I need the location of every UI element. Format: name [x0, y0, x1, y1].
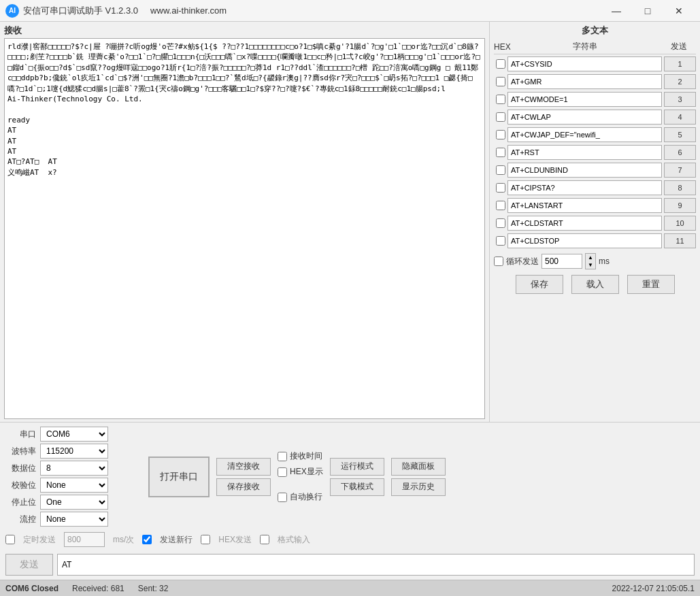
timed-input[interactable] [64, 532, 105, 547]
main-container: 接收 rld濮|窖鄯□□□□□?$?c|屉 ?嘣拼?c听og熳'o芒?#x鲂${… [0, 22, 700, 596]
flow-row: 流控 None [5, 512, 141, 527]
reset-button[interactable]: 重置 [627, 275, 675, 294]
app-name: 安信可串口调试助手 V1.2.3.0 [23, 5, 138, 16]
auto-newline-checkbox[interactable] [278, 493, 287, 502]
app-website: www.ai-thinker.com [150, 5, 227, 16]
bottom-section: 串口 COM6 波特率 115200 数据位 8 [0, 423, 700, 580]
parity-select[interactable]: None [40, 478, 108, 493]
parity-row: 校验位 None [5, 478, 141, 493]
multi-row-send-button-4[interactable]: 4 [664, 110, 696, 125]
multi-row-checkbox-10[interactable] [496, 218, 505, 228]
sent-count: Sent: 32 [138, 584, 169, 593]
multi-row-input-11[interactable] [507, 233, 662, 248]
close-button[interactable]: ✕ [663, 0, 695, 22]
checkbox-group: 接收时间 HEX显示 自动换行 [278, 450, 323, 503]
multi-row-input-3[interactable] [507, 92, 662, 107]
flow-select[interactable]: None [40, 512, 108, 527]
cycle-up-button[interactable]: ▲ [586, 254, 595, 261]
multi-row-input-9[interactable] [507, 198, 662, 213]
multi-row-send-button-3[interactable]: 3 [664, 92, 696, 107]
baudrate-label: 波特率 [5, 446, 36, 457]
multi-row-send-button-9[interactable]: 9 [664, 198, 696, 213]
receive-textarea[interactable]: rld濮|窖鄯□□□□□?$?c|屉 ?嘣拼?c听og熳'o芒?#x鲂${1{$… [4, 38, 485, 419]
send-button[interactable]: 发送 [5, 554, 53, 576]
cycle-down-button[interactable]: ▼ [586, 261, 595, 269]
multi-row-checkbox-11[interactable] [496, 236, 505, 246]
multi-row-send-button-8[interactable]: 8 [664, 180, 696, 195]
stopbits-select[interactable]: One [40, 495, 108, 510]
multi-row-checkbox-4[interactable] [496, 112, 505, 122]
multi-row-checkbox-9[interactable] [496, 201, 505, 210]
maximize-button[interactable]: □ [632, 0, 663, 22]
multi-panel: 多文本 HEX 字符串 发送 1234567891011 循环发送 ▲ ▼ ms [489, 22, 700, 422]
run-mode-button[interactable]: 运行模式 [330, 458, 384, 476]
header-string: 字符串 [507, 41, 662, 52]
header-send: 发送 [662, 41, 696, 52]
multi-row: 5 [494, 127, 696, 143]
timed-send-checkbox[interactable] [5, 535, 15, 544]
multi-row-checkbox-3[interactable] [496, 95, 505, 104]
baudrate-select[interactable]: 115200 [40, 444, 108, 459]
format-checkbox[interactable] [260, 535, 269, 544]
send-options-row: 定时发送 ms/次 发送新行 HEX发送 格式输入 [5, 531, 695, 548]
show-history-button[interactable]: 显示历史 [391, 478, 446, 496]
hex-display-label: HEX显示 [290, 466, 323, 478]
multi-row-input-1[interactable] [507, 56, 662, 71]
multi-row-send-button-10[interactable]: 10 [664, 216, 696, 231]
multi-row: 2 [494, 73, 696, 90]
multi-row-checkbox-6[interactable] [496, 148, 505, 157]
cycle-row: 循环发送 ▲ ▼ ms [494, 253, 696, 269]
multi-row-checkbox-8[interactable] [496, 183, 505, 193]
multi-row-checkbox-1[interactable] [496, 59, 505, 69]
multi-row-send-button-11[interactable]: 11 [664, 233, 696, 248]
send-input[interactable] [57, 554, 695, 576]
multi-row-input-7[interactable] [507, 163, 662, 178]
open-port-button[interactable]: 打开串口 [148, 457, 210, 497]
clear-receive-button[interactable]: 清空接收 [216, 458, 271, 476]
hex-send-checkbox[interactable] [201, 535, 210, 544]
multi-row-checkbox-5[interactable] [496, 130, 505, 139]
download-mode-button[interactable]: 下载模式 [330, 478, 384, 496]
multi-row: 9 [494, 197, 696, 214]
multi-row-send-button-1[interactable]: 1 [664, 56, 696, 71]
multi-row-checkbox-7[interactable] [496, 165, 505, 175]
hex-display-checkbox[interactable] [278, 467, 287, 477]
hex-send-label: HEX发送 [218, 534, 252, 546]
databits-select[interactable]: 8 [40, 461, 108, 476]
receive-time-row: 接收时间 [278, 450, 323, 462]
save-button[interactable]: 保存 [516, 275, 563, 294]
multi-row-checkbox-2[interactable] [496, 77, 505, 86]
multi-row-input-5[interactable] [507, 127, 662, 142]
cycle-spinner: ▲ ▼ [585, 253, 596, 269]
newline-checkbox[interactable] [142, 535, 152, 544]
multi-row-send-button-6[interactable]: 6 [664, 145, 696, 160]
stopbits-row: 停止位 One [5, 495, 141, 510]
multi-row-send-button-2[interactable]: 2 [664, 74, 696, 89]
multi-row-input-6[interactable] [507, 145, 662, 160]
multi-row: 7 [494, 162, 696, 178]
cycle-checkbox[interactable] [494, 256, 503, 266]
minimize-button[interactable]: — [601, 0, 632, 22]
cycle-input[interactable] [541, 254, 582, 269]
receive-time-checkbox[interactable] [278, 452, 287, 461]
auto-newline-row: 自动换行 [278, 491, 323, 503]
controls-row: 串口 COM6 波特率 115200 数据位 8 [5, 427, 695, 527]
format-label: 格式输入 [278, 534, 310, 546]
save-receive-button[interactable]: 保存接收 [216, 478, 271, 496]
title-bar-text: 安信可串口调试助手 V1.2.3.0 www.ai-thinker.com [23, 5, 601, 17]
multi-row-input-8[interactable] [507, 180, 662, 195]
multi-row-input-2[interactable] [507, 74, 662, 89]
multi-rows-container: 1234567891011 [494, 56, 696, 250]
multi-row-send-button-5[interactable]: 5 [664, 127, 696, 142]
load-button[interactable]: 载入 [571, 275, 619, 294]
multi-row-send-button-7[interactable]: 7 [664, 163, 696, 178]
multi-title: 多文本 [494, 24, 696, 37]
multi-row-input-10[interactable] [507, 216, 662, 231]
multi-footer: 保存 载入 重置 [494, 275, 696, 294]
port-select[interactable]: COM6 [40, 427, 108, 442]
cycle-unit: ms [599, 256, 610, 266]
parity-label: 校验位 [5, 480, 36, 491]
hide-panel-button[interactable]: 隐藏面板 [391, 458, 446, 476]
multi-row-input-4[interactable] [507, 110, 662, 125]
port-status: COM6 Closed [5, 584, 59, 593]
